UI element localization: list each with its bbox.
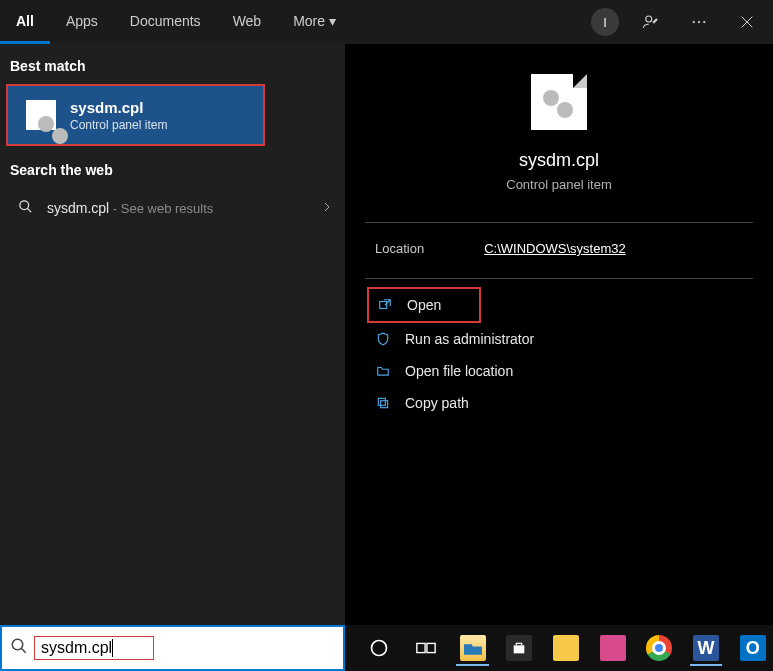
search-web-header: Search the web xyxy=(0,148,345,186)
copy-icon xyxy=(375,395,391,411)
search-bar[interactable]: sysdm.cpl xyxy=(0,625,345,671)
svg-rect-7 xyxy=(378,398,385,405)
taskbar-chrome[interactable] xyxy=(639,630,680,666)
location-label: Location xyxy=(375,241,424,256)
svg-point-3 xyxy=(703,21,705,23)
chevron-down-icon: ▾ xyxy=(329,13,336,29)
svg-point-4 xyxy=(20,201,29,210)
filter-tabs: All Apps Documents Web More ▾ xyxy=(0,0,352,44)
action-run-admin-label: Run as administrator xyxy=(405,331,534,347)
preview-file-icon xyxy=(531,74,587,130)
taskbar: W O xyxy=(345,625,773,671)
folder-icon xyxy=(375,363,391,379)
text-caret xyxy=(112,639,113,657)
header-bar: All Apps Documents Web More ▾ I xyxy=(0,0,773,44)
results-pane: Best match sysdm.cpl Control panel item … xyxy=(0,44,345,625)
user-avatar[interactable]: I xyxy=(591,8,619,36)
search-input[interactable]: sysdm.cpl xyxy=(34,636,154,661)
taskbar-explorer[interactable] xyxy=(452,630,493,666)
action-open-location[interactable]: Open file location xyxy=(367,355,751,387)
action-open-label: Open xyxy=(407,297,441,313)
taskbar-store[interactable] xyxy=(499,630,540,666)
taskbar-taskview[interactable] xyxy=(406,630,447,666)
action-copy-path-label: Copy path xyxy=(405,395,469,411)
preview-title: sysdm.cpl xyxy=(519,150,599,171)
action-copy-path[interactable]: Copy path xyxy=(367,387,751,419)
tab-documents[interactable]: Documents xyxy=(114,0,217,44)
preview-subtitle: Control panel item xyxy=(506,177,612,192)
best-match-header: Best match xyxy=(0,44,345,82)
preview-pane: sysdm.cpl Control panel item Location C:… xyxy=(345,44,773,625)
svg-point-2 xyxy=(698,21,700,23)
tab-more[interactable]: More ▾ xyxy=(277,0,352,44)
best-match-subtitle: Control panel item xyxy=(70,118,167,132)
svg-point-0 xyxy=(646,16,652,22)
location-row: Location C:\WINDOWS\system32 xyxy=(345,223,773,274)
svg-point-8 xyxy=(12,639,23,650)
svg-rect-11 xyxy=(427,643,435,652)
open-icon xyxy=(377,297,393,313)
search-icon xyxy=(18,199,33,217)
taskbar-word[interactable]: W xyxy=(686,630,727,666)
close-icon[interactable] xyxy=(731,6,763,38)
location-link[interactable]: C:\WINDOWS\system32 xyxy=(484,241,626,256)
best-match-title: sysdm.cpl xyxy=(70,99,167,116)
feedback-icon[interactable] xyxy=(635,6,667,38)
svg-rect-6 xyxy=(381,401,388,408)
web-result-suffix: - See web results xyxy=(109,201,213,216)
web-result-query: sysdm.cpl xyxy=(47,200,109,216)
header-actions: I xyxy=(591,6,763,38)
tab-web[interactable]: Web xyxy=(217,0,278,44)
best-match-result[interactable]: sysdm.cpl Control panel item xyxy=(6,84,265,146)
taskbar-app-pink[interactable] xyxy=(592,630,633,666)
tab-more-label: More xyxy=(293,13,325,29)
tab-apps[interactable]: Apps xyxy=(50,0,114,44)
cpl-file-icon xyxy=(26,100,56,130)
svg-point-9 xyxy=(372,641,387,656)
chevron-right-icon xyxy=(321,200,333,216)
search-icon xyxy=(10,637,34,659)
action-run-admin[interactable]: Run as administrator xyxy=(367,323,751,355)
body: Best match sysdm.cpl Control panel item … xyxy=(0,44,773,625)
more-options-icon[interactable] xyxy=(683,6,715,38)
taskbar-cortana[interactable] xyxy=(359,630,400,666)
taskbar-app-yellow[interactable] xyxy=(546,630,587,666)
actions-list: Open Run as administrator Open file loca… xyxy=(345,279,773,427)
svg-point-1 xyxy=(693,21,695,23)
taskbar-outlook[interactable]: O xyxy=(732,630,773,666)
web-result[interactable]: sysdm.cpl - See web results xyxy=(0,186,345,230)
action-open[interactable]: Open xyxy=(367,287,481,323)
tab-all[interactable]: All xyxy=(0,0,50,44)
shield-icon xyxy=(375,331,391,347)
search-query-text: sysdm.cpl xyxy=(41,639,112,656)
svg-rect-10 xyxy=(417,643,425,652)
action-open-location-label: Open file location xyxy=(405,363,513,379)
